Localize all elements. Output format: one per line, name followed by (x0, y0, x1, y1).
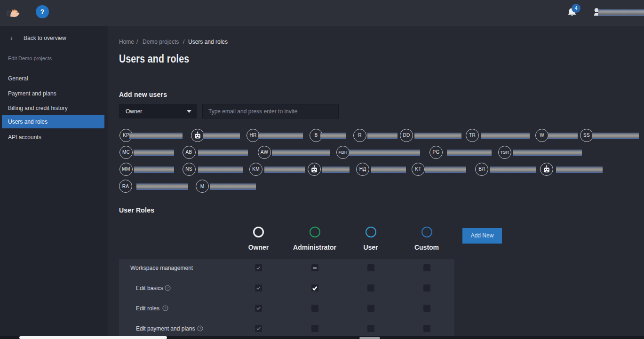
svg-text:?: ? (199, 326, 201, 331)
svg-text:?: ? (164, 306, 167, 310)
svg-text:?: ? (167, 286, 169, 290)
